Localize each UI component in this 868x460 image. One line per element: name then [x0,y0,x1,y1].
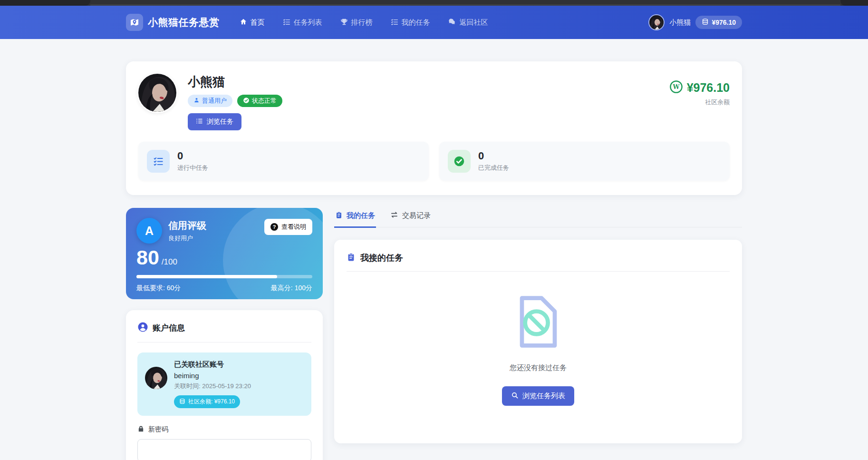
navbar-avatar[interactable] [648,14,665,30]
nav-links: 首页 任务列表 排行榜 我的任务 返回社区 [240,18,488,27]
user-circle-icon [137,322,148,334]
no-tasks-document-icon [515,294,561,351]
svg-text:W: W [672,83,680,90]
clipboard-icon [335,211,343,220]
tab-transactions[interactable]: 交易记录 [389,208,432,228]
divider [137,342,311,343]
coins-icon [702,18,709,27]
check-circle-icon [448,150,471,173]
browser-tab-corner-left [0,0,90,6]
list-icon [196,117,203,126]
status-badge: 状态正常 [237,95,282,107]
credit-grade-badge: A [136,218,162,244]
credit-rating-card: A 信用评级 良好用户 ? 查看说明 80 /100 [126,208,323,299]
new-password-label: 新密码 [148,425,168,434]
linked-account-username: beiming [174,372,251,380]
profile-card: 小熊猫 普通用户 状态正常 浏览任务 [126,61,742,195]
main-tabbar: 我的任务 交易记录 [334,208,742,227]
profile-avatar [138,74,176,112]
chat-bubbles-icon [448,18,456,27]
exchange-arrows-icon [390,211,398,220]
brand-logo[interactable]: 小熊猫任务悬赏 [126,14,220,31]
browser-strip-hairline [90,4,840,6]
balance-label: 社区余额 [670,98,730,107]
linked-balance-badge: 社区余额: ¥976.10 [174,395,240,408]
credit-score-max: /100 [162,257,177,267]
linked-account-title: 已关联社区账号 [174,360,251,369]
account-info-card: 账户信息 已关联社区账号 beiming 关联时间: 2025-05-19 23… [126,310,323,460]
new-password-input[interactable] [137,439,311,460]
stat-value: 0 [177,150,208,162]
credit-help-button[interactable]: ? 查看说明 [264,219,312,235]
task-list-icon [147,150,170,173]
top-navbar: 小熊猫任务悬赏 首页 任务列表 排行榜 我的任务 返回社区 [0,6,868,39]
brand-title: 小熊猫任务悬赏 [148,16,220,29]
nav-item-leaderboard[interactable]: 排行榜 [340,18,373,27]
credit-max-label: 最高分: 100分 [271,284,312,293]
community-balance-block: W ¥976.10 社区余额 [670,74,730,130]
credit-min-label: 最低要求: 60分 [136,284,181,293]
my-tasks-panel: 我接的任务 您还没有接过任务 浏览任务列表 [334,240,742,443]
list-check-icon [391,18,398,27]
navbar-username[interactable]: 小熊猫 [669,18,691,27]
credit-subtitle: 良好用户 [168,234,206,243]
lock-icon [137,425,145,434]
user-icon [193,97,200,105]
list-check-icon [283,18,290,27]
credit-title: 信用评级 [168,219,206,232]
nav-user-area: 小熊猫 ¥976.10 [648,14,742,30]
role-badge: 普通用户 [188,95,232,107]
account-title: 账户信息 [153,323,185,333]
tab-my-tasks[interactable]: 我的任务 [334,208,376,228]
credit-score: 80 [136,247,159,268]
browse-task-list-button[interactable]: 浏览任务列表 [502,386,574,406]
credit-progress-fill [136,275,277,278]
stat-value: 0 [478,150,509,162]
balance-amount: ¥976.10 [687,81,730,95]
credit-progress-track [136,275,312,278]
nav-item-task-list[interactable]: 任务列表 [283,18,322,27]
question-icon: ? [270,223,278,231]
nav-item-back-community[interactable]: 返回社区 [448,18,488,27]
empty-state: 您还没有接过任务 浏览任务列表 [347,272,730,406]
home-icon [240,18,247,27]
nav-item-my-tasks[interactable]: 我的任务 [391,18,430,27]
map-pin-logo-icon [126,14,143,31]
profile-name: 小熊猫 [188,74,282,90]
stat-card-in-progress[interactable]: 0 进行中任务 [138,142,429,181]
nav-item-home[interactable]: 首页 [240,18,265,27]
stat-label: 进行中任务 [177,164,208,172]
browse-tasks-button[interactable]: 浏览任务 [188,113,241,130]
panel-title: 我接的任务 [360,252,403,264]
browser-chrome-strip [0,0,868,6]
coins-icon [179,398,185,406]
empty-state-text: 您还没有接过任务 [510,363,567,372]
stat-card-completed[interactable]: 0 已完成任务 [439,142,730,181]
stat-label: 已完成任务 [478,164,509,172]
check-circle-icon [243,97,250,105]
navbar-balance-pill[interactable]: ¥976.10 [695,16,742,29]
search-icon [511,391,519,401]
linked-account-panel: 已关联社区账号 beiming 关联时间: 2025-05-19 23:20 社… [137,352,311,416]
trophy-icon [340,18,348,27]
linked-account-avatar [145,367,167,389]
browser-tab-corner-right [840,0,868,6]
clipboard-icon [347,253,356,264]
linked-account-time: 关联时间: 2025-05-19 23:20 [174,382,251,391]
w-coin-icon: W [670,80,683,95]
